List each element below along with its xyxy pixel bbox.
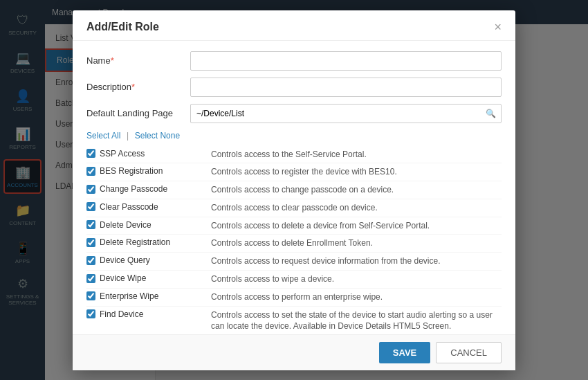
permission-desc: Controls access to wipe a device.: [211, 273, 502, 285]
permission-desc: Controls access to clear passcode on dev…: [211, 202, 502, 214]
close-button[interactable]: ×: [494, 21, 502, 33]
permission-row: Delete RegistrationControls access to de…: [86, 235, 502, 253]
permission-desc: Controls access to change passcode on a …: [211, 184, 502, 196]
permission-row: Device QueryControls access to request d…: [86, 253, 502, 271]
description-label: Description*: [86, 82, 190, 92]
select-links-row: Select All | Select None: [86, 130, 502, 141]
permission-name: Find Device: [100, 309, 143, 319]
permission-row: Enterprise WipeControls access to perfor…: [86, 289, 502, 307]
permission-checkbox-2[interactable]: [86, 185, 95, 194]
permission-row: Clear PasscodeControls access to clear p…: [86, 199, 502, 217]
permissions-list: SSP AccessControls access to the Self-Se…: [86, 146, 502, 334]
permission-name: Change Passcode: [100, 184, 167, 194]
name-field-row: Name*: [86, 51, 502, 71]
search-icon: 🔍: [486, 109, 496, 118]
permission-desc: Controls access to delete a device from …: [211, 220, 502, 232]
permission-desc: Controls access to the Self-Service Port…: [211, 149, 502, 161]
permission-checkbox-6[interactable]: [86, 256, 95, 265]
description-field-row: Description*: [86, 78, 502, 97]
select-all-button[interactable]: Select All: [86, 131, 120, 141]
dialog-title: Add/Edit Role: [86, 21, 159, 33]
dialog-header: Add/Edit Role ×: [73, 10, 515, 41]
permission-row: BES RegistrationControls access to regis…: [86, 163, 502, 181]
permission-checkbox-3[interactable]: [86, 202, 95, 211]
permission-name: SSP Access: [100, 149, 145, 159]
permission-checkbox-9[interactable]: [86, 309, 95, 318]
landing-page-input[interactable]: [190, 104, 502, 123]
permission-name: Delete Registration: [100, 237, 170, 247]
modal-overlay: Add/Edit Role × Name* Description* Def: [0, 0, 588, 380]
permission-checkbox-8[interactable]: [86, 291, 95, 300]
permission-checkbox-5[interactable]: [86, 238, 95, 247]
permission-name: Device Query: [100, 255, 150, 265]
permission-name: Device Wipe: [100, 273, 146, 283]
select-none-button[interactable]: Select None: [135, 131, 180, 141]
dialog-body: Name* Description* Default Landing Page …: [73, 41, 515, 334]
add-edit-role-dialog: Add/Edit Role × Name* Description* Def: [73, 10, 515, 370]
landing-page-label: Default Landing Page: [86, 108, 190, 118]
permission-name: BES Registration: [100, 166, 163, 176]
permission-row: Device WipeControls access to wipe a dev…: [86, 271, 502, 289]
permission-row: Delete DeviceControls access to delete a…: [86, 217, 502, 235]
permission-checkbox-7[interactable]: [86, 274, 95, 283]
permission-desc: Controls access to request device inform…: [211, 255, 502, 267]
permission-checkbox-1[interactable]: [86, 167, 95, 176]
permission-row: SSP AccessControls access to the Self-Se…: [86, 146, 502, 164]
permission-checkbox-0[interactable]: [86, 149, 95, 158]
save-button[interactable]: SAVE: [379, 342, 430, 363]
cancel-button[interactable]: CANCEL: [436, 342, 502, 363]
permission-desc: Controls access to delete Enrollment Tok…: [211, 237, 502, 249]
permission-desc: Controls access to set the state of the …: [211, 309, 502, 333]
landing-page-input-wrapper: 🔍: [190, 104, 502, 123]
permission-desc: Controls access to register the device w…: [211, 166, 502, 178]
permission-name: Enterprise Wipe: [100, 291, 158, 301]
permission-row: Find DeviceControls access to set the st…: [86, 307, 502, 334]
landing-page-field-row: Default Landing Page 🔍: [86, 104, 502, 123]
permission-desc: Controls access to perform an enterprise…: [211, 291, 502, 303]
name-input[interactable]: [190, 51, 502, 71]
permission-checkbox-4[interactable]: [86, 220, 95, 229]
permission-row: Change PasscodeControls access to change…: [86, 181, 502, 199]
dialog-footer: SAVE CANCEL: [73, 334, 515, 370]
permission-name: Delete Device: [100, 220, 151, 230]
description-input[interactable]: [190, 78, 502, 97]
permission-name: Clear Passcode: [100, 202, 158, 212]
name-label: Name*: [86, 55, 190, 66]
